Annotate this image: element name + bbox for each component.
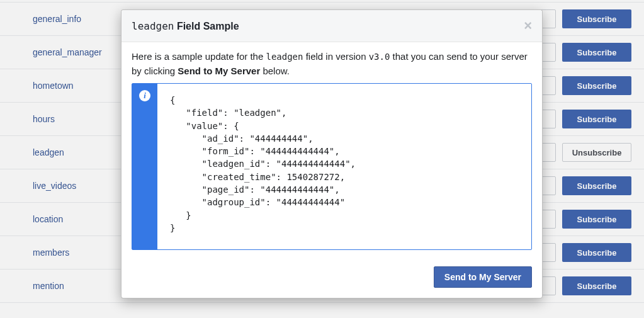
intro-code-field: leadgen — [266, 52, 303, 62]
intro-code-version: v3.0 — [369, 52, 390, 62]
field-sample-modal: leadgen Field Sample × Here is a sample … — [121, 9, 543, 298]
modal-title-text: Field Sample — [174, 21, 239, 31]
sample-json-box: i { "field": "leadgen", "value": { "ad_i… — [132, 83, 532, 250]
info-icon: i — [139, 90, 150, 101]
close-icon[interactable]: × — [524, 19, 532, 33]
modal-title: leadgen Field Sample — [132, 20, 524, 32]
modal-footer: Send to My Server — [121, 259, 542, 298]
modal-body: Here is a sample update for the leadgen … — [121, 42, 542, 259]
modal-title-code: leadgen — [132, 20, 174, 32]
modal-header: leadgen Field Sample × — [121, 10, 542, 42]
intro-bold: Send to My Server — [178, 65, 260, 76]
info-stripe: i — [132, 84, 157, 249]
sample-json[interactable]: { "field": "leadgen", "value": { "ad_id"… — [157, 84, 531, 249]
intro-text: Here is a sample update for the leadgen … — [132, 51, 528, 76]
send-to-server-button[interactable]: Send to My Server — [434, 266, 532, 288]
